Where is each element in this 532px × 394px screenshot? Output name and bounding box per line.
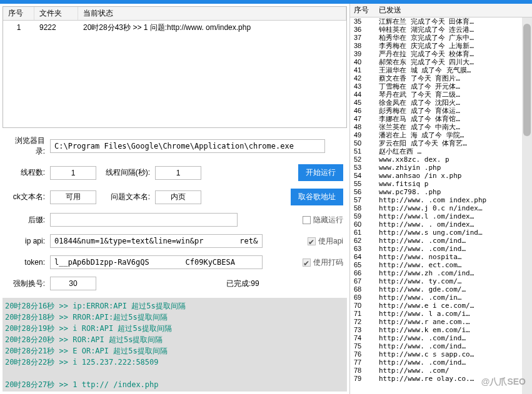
use-api-checkbox-wrap[interactable]: ✔ 使用api: [308, 236, 343, 247]
use-dama-checkbox[interactable]: ✔: [303, 259, 311, 267]
question-text-input[interactable]: [155, 190, 201, 204]
hide-run-checkbox-wrap[interactable]: 隐藏运行: [303, 215, 343, 225]
list-item[interactable]: 57http://www. .com index.php: [350, 196, 532, 204]
suffix-input[interactable]: [50, 213, 238, 227]
list-item[interactable]: 78http://www. .com/: [350, 367, 532, 375]
rtd-sent: http://www. .com/ind…: [375, 342, 532, 350]
list-item[interactable]: 69http://www. .com/in…: [350, 293, 532, 302]
list-item[interactable]: 51赵小红在西 …: [350, 147, 532, 155]
use-dama-checkbox-wrap[interactable]: ✔ 使用打码: [303, 257, 343, 268]
rtd-sent: 柏秀华在 京完成了今 广东中…: [375, 34, 532, 42]
rtd-sent: http://www. .com/: [375, 367, 532, 375]
log-line: [5, 368, 344, 379]
list-item[interactable]: 60http://www. . om/index…: [350, 220, 532, 229]
th-seq[interactable]: 序号: [3, 7, 34, 20]
rtd-seq: 66: [350, 269, 375, 277]
list-item[interactable]: 67http://www. ty.com/…: [350, 277, 532, 285]
force-change-label: 强制换号:: [6, 278, 45, 289]
ck-text-label: ck文本名:: [6, 192, 45, 202]
rtd-sent: http://www.c s sapp.co…: [375, 350, 532, 358]
list-item[interactable]: 43丁雪梅在 成了今 开元体…: [350, 82, 532, 91]
get-google-button[interactable]: 取谷歌地址: [291, 189, 343, 205]
threads-input[interactable]: [50, 166, 96, 180]
start-button[interactable]: 开始运行: [298, 164, 343, 181]
list-item[interactable]: 55www.fitsiq p: [350, 180, 532, 188]
right-panel: 序号 已发送 35江辉在兰 完成了今天 田体育…36钟桂英在 湖完成了今 连云港…: [350, 4, 532, 394]
left-table-header: 序号 文件夹 当前状态: [3, 7, 346, 21]
list-item[interactable]: 73http://www.k em.com/i…: [350, 326, 532, 334]
list-item[interactable]: 42蔡文在香 了今天 育图片…: [350, 74, 532, 82]
list-item[interactable]: 50罗云在阳 成了今天 体育艺…: [350, 139, 532, 147]
use-api-checkbox[interactable]: ✔: [308, 237, 316, 245]
rtd-seq: 55: [350, 180, 375, 188]
list-item[interactable]: 62http://www. .com/ind…: [350, 237, 532, 245]
list-item[interactable]: 74http://www. .com/ind…: [350, 334, 532, 342]
list-item[interactable]: 58http://www.j 0.c n/index…: [350, 204, 532, 212]
rtd-sent: www.fitsiq p: [375, 180, 532, 188]
rth-seq[interactable]: 序号: [350, 4, 375, 17]
rtd-sent: 彭秀梅在 成了今 育体运…: [375, 107, 532, 115]
list-item[interactable]: 68http://www. gde.com/…: [350, 285, 532, 293]
list-item[interactable]: 38李秀梅在 庆完成了今 上海新…: [350, 42, 532, 50]
rtd-sent: 罗云在阳 成了今天 体育艺…: [375, 139, 532, 147]
browser-dir-input[interactable]: [50, 139, 325, 153]
rtd-sent: 潘岩在上 海 成了今 学院…: [375, 131, 532, 139]
rtd-sent: http://www. ect.com…: [375, 261, 532, 269]
list-item[interactable]: 46彭秀梅在 成了今 育体运…: [350, 107, 532, 115]
list-item[interactable]: 37柏秀华在 京完成了今 广东中…: [350, 34, 532, 42]
list-item[interactable]: 61http://www.s ung.com/ind…: [350, 229, 532, 237]
table-row[interactable]: 1 9222 20时28分43秒 >> 1 问题:http://www. om/…: [3, 21, 346, 34]
rtd-sent: www.anhsao /in x.php: [375, 172, 532, 180]
list-item[interactable]: 65http://www. ect.com…: [350, 261, 532, 269]
list-item[interactable]: 53www.zhiyin .php: [350, 164, 532, 172]
list-item[interactable]: 49潘岩在上 海 成了今 学院…: [350, 131, 532, 139]
list-item[interactable]: 35江辉在兰 完成了今天 田体育…: [350, 17, 532, 26]
rtd-sent: http://www. .com/ind…: [375, 237, 532, 245]
scrollbar[interactable]: [522, 17, 532, 394]
rtd-seq: 37: [350, 34, 375, 42]
rtd-seq: 76: [350, 350, 375, 358]
list-item[interactable]: 76http://www.c s sapp.co…: [350, 350, 532, 358]
log-area[interactable]: 20时28分16秒 >> ip:ERROR:API 超过5s提取间隔20时28分…: [3, 298, 347, 392]
list-item[interactable]: 77http://www. .com/ind…: [350, 358, 532, 367]
list-item[interactable]: 71http://www. l a.com/i…: [350, 310, 532, 318]
list-item[interactable]: 72http://www.r ane.com.…: [350, 318, 532, 326]
scrollbar-thumb[interactable]: [523, 24, 531, 136]
token-input[interactable]: [50, 255, 263, 269]
list-item[interactable]: 54www.anhsao /in x.php: [350, 172, 532, 180]
interval-input[interactable]: [155, 166, 201, 180]
list-item[interactable]: 48张兰英在 成了今 中南大…: [350, 123, 532, 131]
list-item[interactable]: 63http://www. .com/ind…: [350, 245, 532, 253]
ip-api-input[interactable]: [50, 234, 263, 248]
list-item[interactable]: 45徐金凤在 成了今 沈阳火…: [350, 99, 532, 107]
list-item[interactable]: 47李娜在马 成了今 体育馆…: [350, 115, 532, 123]
list-item[interactable]: 56www.pc798. .php: [350, 188, 532, 196]
list-item[interactable]: 75http://www. .com/ind…: [350, 342, 532, 350]
list-item[interactable]: 52www.xx8zc. dex. p: [350, 155, 532, 164]
ck-text-input[interactable]: [50, 190, 96, 204]
rtd-sent: http://www. gde.com/…: [375, 285, 532, 293]
list-item[interactable]: 70http://www.e i ce.com/…: [350, 302, 532, 310]
force-change-input[interactable]: [50, 277, 96, 290]
rth-sent[interactable]: 已发送: [375, 4, 532, 17]
list-item[interactable]: 66http://www.zh .com/ind…: [350, 269, 532, 277]
rtd-seq: 69: [350, 293, 375, 302]
list-item[interactable]: 40郝荣在东 完成了今天 四川大…: [350, 58, 532, 66]
rtd-seq: 75: [350, 342, 375, 350]
list-item[interactable]: 39严丹在拉 完成了今天 校体育…: [350, 50, 532, 58]
td-folder: 9222: [34, 22, 78, 33]
rtd-sent: http://www. .com/ind…: [375, 245, 532, 253]
right-rows-container[interactable]: 35江辉在兰 完成了今天 田体育…36钟桂英在 湖完成了今 连云港…37柏秀华在…: [350, 17, 532, 389]
use-api-label: 使用api: [318, 236, 343, 247]
list-item[interactable]: 64http://www. nospita…: [350, 253, 532, 261]
list-item[interactable]: 44琴丹在武 了今天 育二级…: [350, 91, 532, 99]
th-status[interactable]: 当前状态: [78, 7, 346, 20]
list-item[interactable]: 59http://www.l .om/index…: [350, 212, 532, 220]
log-line: 20时28分18秒 >> RROR:API:超过5s提取间隔: [5, 312, 344, 323]
list-item[interactable]: 36钟桂英在 湖完成了今 连云港…: [350, 26, 532, 34]
list-item[interactable]: 79http://www.re olay.co.…: [350, 375, 532, 383]
log-line: 20时28分22秒 >> i 125.237.222:58509: [5, 357, 344, 368]
th-folder[interactable]: 文件夹: [34, 7, 78, 20]
list-item[interactable]: 41王淑华在 城 成了今 充气膜…: [350, 66, 532, 74]
hide-run-checkbox[interactable]: [303, 216, 311, 224]
